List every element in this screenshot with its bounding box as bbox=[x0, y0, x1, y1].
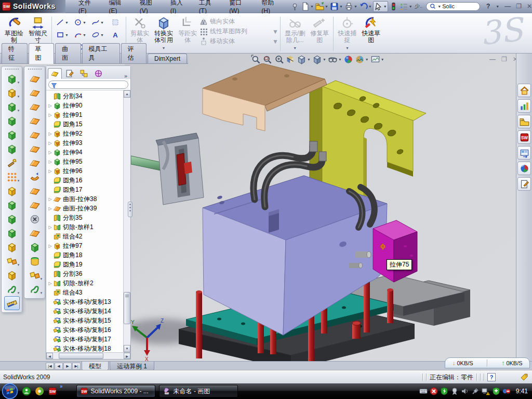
quick-launch-more[interactable]: » bbox=[60, 383, 63, 389]
featuremanager-tab-tab[interactable] bbox=[48, 68, 62, 79]
tree-item[interactable]: ▷拉伸93 bbox=[47, 138, 130, 148]
replace-face-button[interactable] bbox=[27, 226, 43, 240]
restore-button[interactable]: ❐ bbox=[516, 4, 522, 9]
offset-entities-button[interactable]: 等距实 体 bbox=[176, 15, 200, 52]
dropdown-arrow-icon[interactable]: ▼ bbox=[100, 33, 104, 37]
search-input[interactable]: ▼ Solic bbox=[426, 2, 480, 11]
tab-评估[interactable]: 评估 bbox=[121, 43, 147, 63]
ellipse-button[interactable]: ▼ bbox=[89, 29, 107, 41]
tree-item[interactable]: 分割36 bbox=[47, 269, 130, 278]
security-alert-icon[interactable] bbox=[430, 387, 438, 395]
scroll-thumb[interactable] bbox=[124, 292, 130, 324]
expander-icon[interactable]: ▷ bbox=[47, 225, 53, 230]
section-view-button[interactable] bbox=[285, 55, 295, 64]
tree-item[interactable]: 实体-移动/复制14 bbox=[47, 307, 130, 316]
shield-update-icon[interactable] bbox=[492, 387, 500, 395]
3d-part-tan-block[interactable] bbox=[203, 63, 327, 131]
apply-scene-button[interactable]: ▼ bbox=[355, 55, 369, 64]
help-button[interactable]: ? bbox=[486, 4, 490, 9]
revolved-surface-button[interactable] bbox=[27, 86, 43, 100]
status-help-button[interactable]: ? bbox=[487, 373, 496, 381]
tree-item[interactable]: ▷切除-放样2 bbox=[47, 278, 130, 288]
tab-曲面[interactable]: 曲面 bbox=[55, 43, 81, 63]
mirror-entities-button[interactable]: 镜向实体 bbox=[200, 17, 278, 26]
dropdown-arrow-icon[interactable]: ▼ bbox=[17, 95, 20, 98]
dome-button[interactable]: ▼ bbox=[4, 254, 20, 268]
tab-模具工具[interactable]: 模具工具 bbox=[82, 43, 120, 63]
circle-button[interactable]: ▼ bbox=[71, 16, 89, 29]
task-button-solidworks[interactable]: SWSolidWorks 2009 - ... bbox=[76, 385, 155, 397]
zoom-to-area-button[interactable] bbox=[262, 55, 272, 64]
tree-item[interactable]: 实体-移动/复制13 bbox=[47, 297, 130, 307]
antivirus-ball-button[interactable] bbox=[34, 386, 45, 396]
network-warning-icon[interactable] bbox=[482, 387, 490, 395]
ruled-surface-button[interactable] bbox=[27, 184, 43, 198]
dropdown-arrow-icon[interactable]: ▼ bbox=[338, 58, 342, 61]
open-document-button[interactable]: ▼ bbox=[315, 2, 329, 11]
linear-pattern-button[interactable]: ▼ bbox=[4, 170, 20, 184]
region-button[interactable] bbox=[107, 16, 124, 29]
instant3d-button[interactable] bbox=[4, 296, 20, 310]
dropdown-arrow-icon[interactable]: ▼ bbox=[40, 277, 43, 281]
line-button[interactable]: ▼ bbox=[54, 16, 71, 29]
solidworks-quicklaunch-button[interactable]: SW bbox=[47, 386, 58, 396]
tree-item[interactable]: ▷曲面-拉伸38 bbox=[47, 194, 130, 204]
tree-item[interactable]: ▷切除-放样1 bbox=[47, 222, 130, 232]
linear-sketch-pattern-button[interactable]: 线性草图阵列▼ bbox=[200, 27, 278, 36]
design-library-tab[interactable] bbox=[517, 99, 531, 113]
last-tab-button[interactable]: ▶| bbox=[72, 363, 81, 370]
extruded-boss-button[interactable]: ▼ bbox=[4, 72, 20, 86]
knit-surface-button[interactable] bbox=[27, 240, 43, 254]
dropdown-arrow-icon[interactable]: ▼ bbox=[323, 58, 326, 61]
doc-tab-运动算例 1[interactable]: 运动算例 1 bbox=[110, 362, 154, 370]
repair-sketch-button[interactable]: 修复草 图 bbox=[308, 15, 331, 52]
dropdown-arrow-icon[interactable]: ▼ bbox=[100, 21, 104, 24]
dropdown-arrow-icon[interactable]: ▼ bbox=[17, 81, 20, 84]
expander-icon[interactable]: ▷ bbox=[47, 169, 53, 174]
tree-item[interactable]: ▷拉伸96 bbox=[47, 166, 130, 176]
graphics-viewport[interactable]: ϕ Y Z X ▼▼▼▼▼ — ❐ ✕ 拉伸75 bbox=[125, 54, 516, 361]
lofted-boss-button[interactable] bbox=[4, 114, 20, 128]
mirror-feature-button[interactable] bbox=[4, 268, 20, 282]
dropdown-arrow-icon[interactable]: ▼ bbox=[307, 58, 311, 61]
fillet-button[interactable] bbox=[4, 184, 20, 198]
tree-item[interactable]: ▷拉伸91 bbox=[47, 110, 130, 119]
rapid-sketch-button[interactable]: 快速草 图 bbox=[359, 15, 383, 52]
dropdown-arrow-icon[interactable]: ▼ bbox=[325, 5, 328, 8]
revolved-boss-button[interactable]: ▼ bbox=[4, 86, 20, 100]
zoom-to-fit-button[interactable] bbox=[251, 55, 261, 64]
tab-DimXpert[interactable]: DimXpert bbox=[148, 54, 187, 63]
panel-splitter-grip[interactable] bbox=[128, 202, 132, 217]
dropdown-arrow-icon[interactable]: ▼ bbox=[17, 179, 20, 182]
start-button[interactable] bbox=[2, 383, 18, 399]
configurationmanager-tab-tab[interactable] bbox=[77, 68, 91, 79]
custom-properties-tab[interactable] bbox=[517, 177, 531, 191]
draft-button[interactable] bbox=[4, 240, 20, 254]
search-dropdown-icon[interactable]: ▼ bbox=[437, 5, 441, 8]
tree-item[interactable]: 圆角18 bbox=[47, 250, 130, 260]
expander-icon[interactable]: ▷ bbox=[47, 131, 53, 136]
dropdown-arrow-icon[interactable]: ▼ bbox=[65, 33, 69, 37]
plugin-icon[interactable] bbox=[471, 387, 480, 395]
curves-button[interactable]: ▼ bbox=[4, 282, 20, 296]
undo-button[interactable]: ▼ bbox=[358, 2, 373, 11]
tree-item[interactable]: 实体-移动/复制18 bbox=[47, 344, 130, 352]
expander-icon[interactable]: ▷ bbox=[47, 141, 53, 145]
expander-icon[interactable]: ▷ bbox=[47, 197, 53, 202]
doc-tab-模型[interactable]: 模型 bbox=[82, 362, 109, 370]
tree-item[interactable]: ▷拉伸92 bbox=[47, 129, 130, 138]
file-explorer-tab[interactable] bbox=[517, 115, 531, 128]
swept-boss-button[interactable]: ▼ bbox=[4, 100, 20, 114]
untrim-surface-button[interactable]: ▼ bbox=[27, 282, 43, 296]
dropdown-arrow-icon[interactable]: ▼ bbox=[354, 5, 357, 8]
3d-part-red-cylinder[interactable] bbox=[352, 321, 361, 339]
dropdown-arrow-icon[interactable]: ▼ bbox=[383, 5, 387, 8]
toolbox-tab[interactable]: SW bbox=[517, 130, 531, 144]
tree-item[interactable]: 组合43 bbox=[47, 288, 130, 297]
scroll-left-button[interactable]: ◀ bbox=[46, 353, 53, 359]
tab-草图[interactable]: 草图 bbox=[29, 43, 55, 64]
extruded-cut-button[interactable] bbox=[4, 128, 20, 142]
tree-item[interactable]: ▷拉伸94 bbox=[47, 148, 130, 157]
dropdown-arrow-icon[interactable]: ▼ bbox=[365, 58, 369, 61]
expander-icon[interactable]: ▷ bbox=[47, 113, 53, 117]
